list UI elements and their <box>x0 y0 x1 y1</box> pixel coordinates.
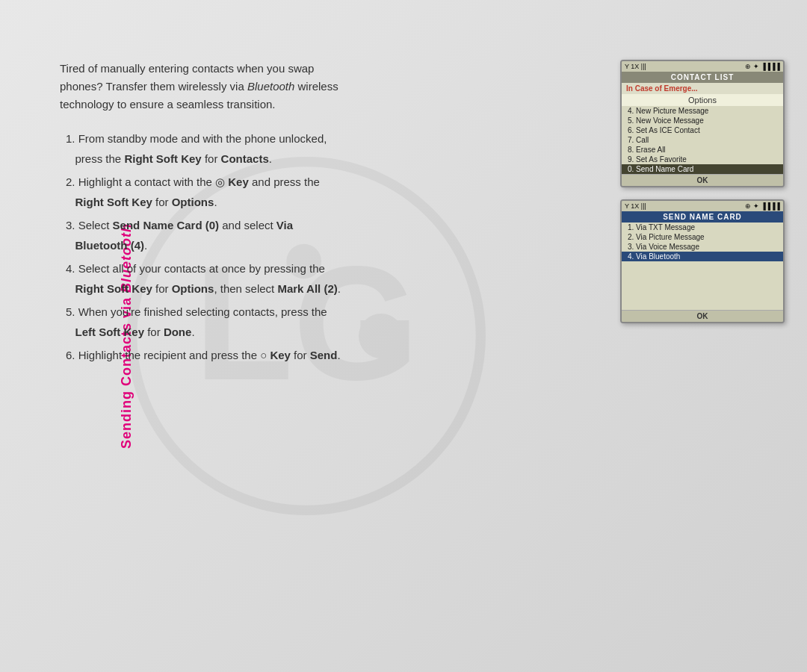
phone2-spacer5 <box>622 300 783 310</box>
step-6: 6. Highlight the recipient and press the… <box>60 345 568 365</box>
phone1-icons: ⊕ ✦ ▐▐▐▐ <box>745 63 780 70</box>
step-5: 5. When you're finished selecting contac… <box>60 302 568 342</box>
step-1: 1. From standby mode and with the phone … <box>60 128 568 169</box>
menu-item-4[interactable]: 4. New Picture Message <box>622 106 783 116</box>
step-2: 2. Highlight a contact with the ◎ Key an… <box>60 172 568 212</box>
phone2-menu-item-1[interactable]: 1. Via TXT Message <box>622 223 783 232</box>
phone1-ok[interactable]: OK <box>622 174 783 186</box>
intro-paragraph: Tired of manually entering contacts when… <box>60 60 568 113</box>
phone2-ok[interactable]: OK <box>622 310 783 322</box>
step-4: 4. Select all of your contacts at once b… <box>60 258 568 299</box>
phone2-menu-item-2[interactable]: 2. Via Picture Message <box>622 232 783 242</box>
phone2-spacer1 <box>622 261 783 271</box>
phone2-signal: Y 1X ||| <box>625 202 646 210</box>
steps-list: 1. From standby mode and with the phone … <box>60 128 568 365</box>
phone2-spacer2 <box>622 271 783 281</box>
phone2-spacer4 <box>622 290 783 300</box>
phone1-options-header: Options <box>622 94 783 106</box>
phone2-icons: ⊕ ✦ ▐▐▐▐ <box>745 202 780 210</box>
menu-item-8[interactable]: 8. Erase All <box>622 145 783 155</box>
phone-screen-2: Y 1X ||| ⊕ ✦ ▐▐▐▐ SEND NAME CARD 1. Via … <box>620 199 785 323</box>
phone2-menu-item-3[interactable]: 3. Via Voice Message <box>622 242 783 252</box>
phone2-status-bar: Y 1X ||| ⊕ ✦ ▐▐▐▐ <box>622 201 783 211</box>
phone1-subtitle: In Case of Emerge... <box>622 83 783 94</box>
phone2-menu-item-4[interactable]: 4. Via Bluetooth <box>622 252 783 261</box>
menu-item-7[interactable]: 7. Call <box>622 135 783 145</box>
menu-item-5[interactable]: 5. New Voice Message <box>622 116 783 125</box>
menu-item-0[interactable]: 0. Send Name Card <box>622 164 783 174</box>
phone1-signal: Y 1X ||| <box>625 63 646 70</box>
step-3: 3. Select Send Name Card (0) and select … <box>60 215 568 255</box>
phone2-title: SEND NAME CARD <box>622 211 783 223</box>
phone2-spacer3 <box>622 281 783 290</box>
phone-screen-1: Y 1X ||| ⊕ ✦ ▐▐▐▐ CONTACT LIST In Case o… <box>620 60 785 187</box>
menu-item-9[interactable]: 9. Set As Favorite <box>622 155 783 164</box>
menu-item-6[interactable]: 6. Set As ICE Contact <box>622 125 783 135</box>
phone1-status-bar: Y 1X ||| ⊕ ✦ ▐▐▐▐ <box>622 61 783 72</box>
phone1-title: CONTACT LIST <box>622 72 783 83</box>
phones-panel: Y 1X ||| ⊕ ✦ ▐▐▐▐ CONTACT LIST In Case o… <box>620 60 785 323</box>
main-content: Tired of manually entering contacts when… <box>60 60 568 368</box>
